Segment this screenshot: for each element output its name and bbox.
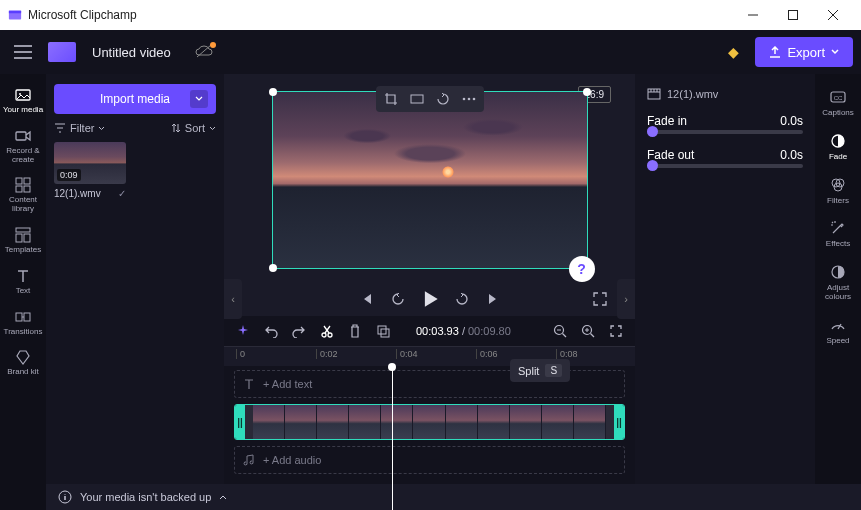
fadein-value: 0.0s [780, 114, 803, 128]
nav-adjust-colours[interactable]: Adjust colours [816, 255, 860, 306]
chevron-down-icon [831, 49, 839, 55]
import-media-button[interactable]: Import media [54, 84, 216, 114]
slider-knob[interactable] [647, 160, 658, 171]
filter-button[interactable]: Filter [54, 122, 105, 134]
project-title[interactable]: Untitled video [86, 45, 177, 60]
nav-speed[interactable]: Speed [816, 308, 860, 350]
zoom-out-button[interactable] [551, 322, 569, 340]
timeline-ruler[interactable]: 0 0:02 0:04 0:06 0:08 [224, 346, 635, 366]
zoom-in-button[interactable] [579, 322, 597, 340]
timeline-toolbar: 00:03.93 / 00:09.80 [224, 316, 635, 346]
svg-point-24 [467, 98, 470, 101]
panel-collapse-right[interactable]: › [617, 279, 635, 319]
slider-knob[interactable] [647, 126, 658, 137]
export-label: Export [787, 45, 825, 60]
clip-trim-left[interactable]: || [235, 405, 245, 439]
fade-icon [829, 132, 847, 150]
video-preview[interactable]: ? [272, 91, 588, 269]
app-logo-icon [8, 8, 22, 22]
app-topbar: Untitled video ◆ Export [0, 30, 861, 74]
media-clip[interactable]: 0:09 12(1).wmv ✓ [54, 142, 126, 199]
upload-icon [769, 46, 781, 58]
editor-center: 16:9 ? ‹ › Split S [224, 74, 635, 510]
audio-track-placeholder[interactable]: + Add audio [234, 446, 625, 474]
window-close-button[interactable] [813, 0, 853, 30]
fit-button[interactable] [409, 91, 425, 107]
ruler-tick: 0:02 [316, 349, 338, 359]
nav-your-media[interactable]: Your media [1, 80, 45, 119]
resize-handle-tl[interactable] [269, 88, 277, 96]
svg-rect-19 [24, 234, 30, 242]
svg-rect-14 [24, 178, 30, 184]
chevron-up-icon [219, 494, 227, 500]
clip-thumbnail: 0:09 [54, 142, 126, 184]
sort-icon [171, 123, 181, 133]
timeline-time: 00:03.93 / 00:09.80 [416, 325, 511, 337]
window-minimize-button[interactable] [733, 0, 773, 30]
split-button[interactable] [318, 322, 336, 340]
svg-point-26 [322, 333, 326, 337]
sort-button[interactable]: Sort [171, 122, 216, 134]
nav-transitions[interactable]: Transitions [1, 302, 45, 341]
play-button[interactable] [421, 290, 439, 308]
rewind-button[interactable] [389, 290, 407, 308]
cloud-sync-off-icon[interactable] [195, 45, 213, 59]
nav-templates[interactable]: Templates [1, 220, 45, 259]
skip-start-button[interactable] [357, 290, 375, 308]
import-dropdown-toggle[interactable] [190, 90, 208, 108]
inspector-panel: 12(1).wmv Fade in 0.0s Fade out 0.0s [635, 74, 815, 510]
playhead[interactable] [392, 366, 393, 510]
delete-button[interactable] [346, 322, 364, 340]
nav-filters[interactable]: Filters [816, 168, 860, 210]
premium-icon[interactable]: ◆ [728, 44, 739, 60]
backup-warning-bar[interactable]: Your media isn't backed up [46, 484, 861, 510]
effects-icon [829, 219, 847, 237]
svg-rect-20 [16, 313, 22, 321]
fadeout-slider[interactable] [647, 164, 803, 168]
pip-button[interactable] [435, 91, 451, 107]
video-file-icon [647, 88, 661, 100]
text-icon [243, 378, 255, 390]
crop-button[interactable] [383, 91, 399, 107]
menu-button[interactable] [8, 37, 38, 67]
clip-filename: 12(1).wmv [54, 188, 101, 199]
nav-brand-kit[interactable]: Brand kit [1, 342, 45, 381]
zoom-fit-button[interactable] [607, 322, 625, 340]
info-icon [58, 490, 72, 504]
skip-end-button[interactable] [485, 290, 503, 308]
more-options-button[interactable] [461, 91, 477, 107]
redo-button[interactable] [290, 322, 308, 340]
svg-rect-21 [24, 313, 30, 321]
fadeout-value: 0.0s [780, 148, 803, 162]
templates-icon [14, 226, 32, 244]
camera-icon [14, 127, 32, 145]
split-tooltip: Split S [510, 359, 570, 382]
export-button[interactable]: Export [755, 37, 853, 67]
svg-line-36 [591, 334, 595, 338]
svg-rect-29 [381, 329, 389, 337]
nav-fade[interactable]: Fade [816, 124, 860, 166]
resize-handle-bl[interactable] [269, 264, 277, 272]
left-nav: Your media Record & create Content libra… [0, 74, 46, 510]
nav-text[interactable]: Text [1, 261, 45, 300]
svg-rect-22 [411, 95, 423, 103]
nav-effects[interactable]: Effects [816, 211, 860, 253]
duplicate-button[interactable] [374, 322, 392, 340]
fadein-slider[interactable] [647, 130, 803, 134]
ai-sparkle-button[interactable] [234, 322, 252, 340]
window-maximize-button[interactable] [773, 0, 813, 30]
transitions-icon [14, 308, 32, 326]
help-button[interactable]: ? [569, 256, 595, 282]
nav-record[interactable]: Record & create [1, 121, 45, 169]
forward-button[interactable] [453, 290, 471, 308]
resize-handle-tr[interactable] [583, 88, 591, 96]
fullscreen-button[interactable] [591, 290, 609, 308]
panel-collapse-left[interactable]: ‹ [224, 279, 242, 319]
clip-trim-right[interactable]: || [614, 405, 624, 439]
video-clip-track[interactable]: || || [234, 404, 625, 440]
undo-button[interactable] [262, 322, 280, 340]
nav-captions[interactable]: CC Captions [816, 80, 860, 122]
transport-bar: ‹ › [224, 282, 635, 316]
nav-content-library[interactable]: Content library [1, 170, 45, 218]
svg-text:CC: CC [834, 95, 843, 101]
